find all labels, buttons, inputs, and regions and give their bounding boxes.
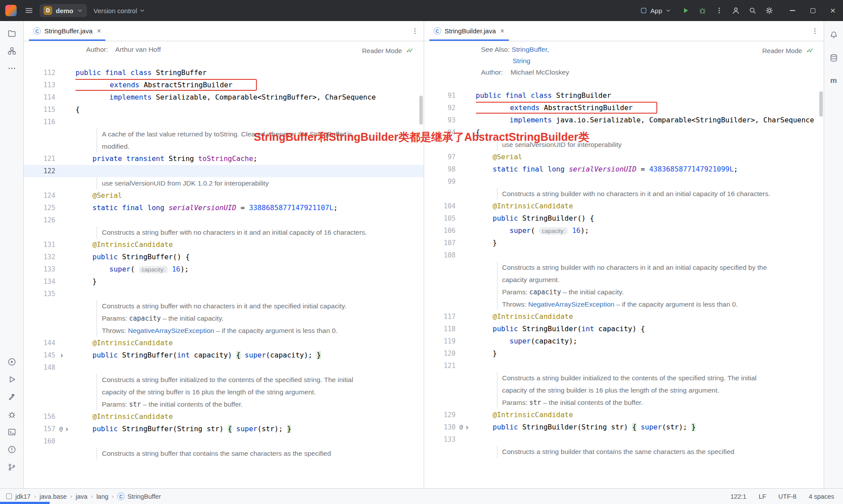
gutter[interactable] bbox=[24, 398, 76, 411]
doc-header-line[interactable] bbox=[24, 55, 424, 67]
code-editor[interactable]: See Also: StringBuffer,StringAuthor: Mic… bbox=[424, 41, 824, 488]
doc-link[interactable]: StringBuffer bbox=[512, 46, 547, 53]
line-number[interactable]: 91 bbox=[424, 89, 456, 102]
reader-mode-indicator[interactable]: Reader Mode ✓✓ bbox=[362, 46, 414, 54]
code-line[interactable]: 131 @IntrinsicCandidate bbox=[24, 239, 424, 251]
file-encoding[interactable]: UTF-8 bbox=[778, 493, 796, 500]
line-number[interactable]: 129 bbox=[424, 409, 456, 421]
line-number[interactable]: 122 bbox=[24, 165, 55, 177]
doc-comment-line[interactable]: Constructs a string builder that contain… bbox=[424, 446, 824, 458]
gutter[interactable]: 115 bbox=[24, 104, 76, 116]
code-line[interactable]: 133 bbox=[424, 433, 824, 446]
gutter[interactable] bbox=[24, 325, 76, 337]
gutter[interactable]: 130@› bbox=[424, 421, 476, 433]
line-number[interactable]: 105 bbox=[424, 212, 456, 225]
services-icon[interactable] bbox=[3, 353, 21, 371]
gutter[interactable] bbox=[424, 78, 476, 89]
breadcrumb-item[interactable]: lang bbox=[96, 493, 108, 500]
gutter[interactable] bbox=[24, 177, 76, 189]
gutter[interactable] bbox=[24, 140, 76, 153]
doc-comment-line[interactable]: Constructs a string builder with no char… bbox=[424, 261, 824, 274]
gutter[interactable]: 129 bbox=[424, 409, 476, 421]
gutter[interactable] bbox=[24, 128, 76, 140]
line-number[interactable]: 144 bbox=[24, 337, 55, 349]
gutter[interactable] bbox=[424, 261, 476, 274]
gutter[interactable] bbox=[24, 386, 76, 398]
gutter[interactable]: 124 bbox=[24, 189, 76, 202]
line-number[interactable] bbox=[424, 372, 456, 384]
editor-options-icon[interactable] bbox=[811, 28, 818, 35]
gutter[interactable]: 133 bbox=[424, 433, 476, 446]
notifications-bell-icon[interactable] bbox=[825, 26, 843, 44]
scrollbar-thumb[interactable] bbox=[419, 96, 423, 125]
reader-mode-indicator[interactable]: Reader Mode ✓✓ bbox=[762, 46, 814, 54]
fold-expand-icon[interactable]: › bbox=[59, 351, 64, 359]
gutter[interactable]: 91 bbox=[424, 89, 476, 102]
code-line[interactable]: 106 super( capacity: 16); bbox=[424, 225, 824, 237]
caret-position[interactable]: 122:1 bbox=[731, 493, 746, 500]
line-number[interactable] bbox=[424, 44, 456, 55]
line-number[interactable]: 148 bbox=[24, 361, 55, 374]
doc-comment-line[interactable]: Params: capacity – the initial capacity. bbox=[424, 286, 824, 298]
close-tab-icon[interactable]: × bbox=[500, 27, 504, 35]
line-number[interactable] bbox=[24, 128, 55, 140]
gutter[interactable] bbox=[424, 44, 476, 55]
doc-comment-line[interactable]: Constructs a string buffer that contains… bbox=[24, 447, 424, 460]
build-icon[interactable] bbox=[3, 388, 21, 406]
gutter[interactable] bbox=[424, 372, 476, 384]
code-line[interactable]: 130@› public StringBuilder(String str) {… bbox=[424, 421, 824, 433]
project-folder-icon[interactable] bbox=[3, 25, 21, 42]
line-number[interactable]: 132 bbox=[24, 251, 55, 263]
code-line[interactable]: 91public final class StringBuilder bbox=[424, 89, 824, 102]
doc-comment-line[interactable]: Params: capacity – the initial capacity. bbox=[24, 312, 424, 325]
line-number[interactable]: 126 bbox=[24, 214, 55, 226]
line-separator[interactable]: LF bbox=[759, 493, 766, 500]
line-number[interactable] bbox=[24, 325, 55, 337]
code-line[interactable]: 117 @IntrinsicCandidate bbox=[424, 311, 824, 323]
doc-comment-line[interactable]: Constructs a string buffer with no chara… bbox=[24, 226, 424, 239]
run-config-widget[interactable]: App bbox=[636, 5, 675, 17]
code-line[interactable]: 157@› public StringBuffer(String str) { … bbox=[24, 423, 424, 435]
gutter[interactable]: 119 bbox=[424, 335, 476, 347]
doc-header-line[interactable]: Author: Michael McCloskey bbox=[424, 67, 824, 78]
line-number[interactable]: 117 bbox=[424, 311, 456, 323]
maximize-button[interactable] bbox=[803, 0, 823, 21]
gutter[interactable] bbox=[424, 397, 476, 409]
doc-link[interactable]: NegativeArraySizeException bbox=[528, 300, 614, 308]
code-line[interactable]: 97 @Serial bbox=[424, 151, 824, 163]
code-line[interactable]: 114 implements Serializable, Comparable<… bbox=[24, 91, 424, 104]
code-line[interactable]: 116 bbox=[24, 116, 424, 128]
editor-options-icon[interactable] bbox=[411, 28, 418, 35]
debug-icon[interactable] bbox=[3, 406, 21, 423]
code-line[interactable]: 93 implements java.io.Serializable, Comp… bbox=[424, 114, 824, 126]
user-account-icon[interactable] bbox=[728, 3, 744, 18]
line-number[interactable]: 133 bbox=[24, 263, 55, 275]
main-menu-icon[interactable] bbox=[21, 3, 37, 18]
code-line[interactable]: 108 bbox=[424, 249, 824, 261]
line-number[interactable]: 116 bbox=[24, 116, 55, 128]
gutter[interactable] bbox=[424, 298, 476, 311]
annotation-gutter-icon[interactable]: @ bbox=[460, 421, 463, 433]
breadcrumb-item[interactable]: java bbox=[76, 493, 87, 500]
gutter[interactable]: 104 bbox=[424, 200, 476, 212]
run-button[interactable] bbox=[678, 3, 694, 18]
code-line[interactable]: 107 } bbox=[424, 237, 824, 249]
gutter[interactable]: 121 bbox=[424, 360, 476, 372]
code-line[interactable]: 125 static final long serialVersionUID =… bbox=[24, 202, 424, 214]
doc-comment-line[interactable]: capacity of the string builder is 16 plu… bbox=[424, 384, 824, 397]
code-line[interactable]: 98 static final long serialVersionUID = … bbox=[424, 163, 824, 175]
gutter[interactable]: 114 bbox=[24, 91, 76, 104]
gutter[interactable]: 93 bbox=[424, 114, 476, 126]
gutter[interactable]: 122 bbox=[24, 165, 76, 177]
code-line[interactable]: 134 } bbox=[24, 275, 424, 288]
line-number[interactable]: 120 bbox=[424, 347, 456, 360]
gutter[interactable] bbox=[24, 55, 76, 67]
line-number[interactable] bbox=[424, 384, 456, 397]
project-widget[interactable]: D demo bbox=[40, 4, 87, 17]
code-editor[interactable]: Author: Arthur van Hoff112public final c… bbox=[24, 41, 424, 488]
gutter[interactable]: 157@› bbox=[24, 423, 76, 435]
code-line[interactable]: 105 public StringBuilder() { bbox=[424, 212, 824, 225]
doc-comment-line[interactable]: Constructs a string buffer initialized t… bbox=[24, 374, 424, 386]
line-number[interactable]: 108 bbox=[424, 249, 456, 261]
gutter[interactable]: 116 bbox=[24, 116, 76, 128]
